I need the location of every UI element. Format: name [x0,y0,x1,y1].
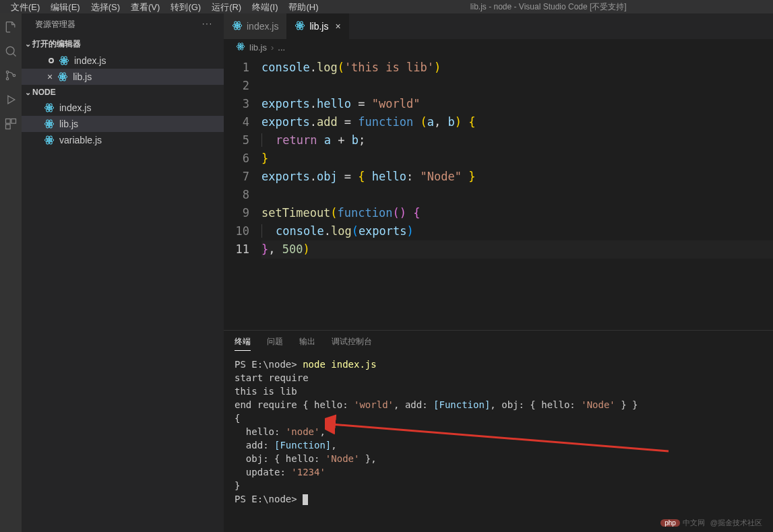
svg-point-25 [49,139,51,141]
window-title: lib.js - node - Visual Studio Code [不受支持… [324,0,773,13]
svg-marker-5 [8,96,15,104]
panel-tab[interactable]: 终端 [235,336,251,351]
chevron-down-icon: ⌄ [23,88,32,97]
svg-rect-7 [11,119,16,124]
svg-rect-6 [6,119,11,124]
bottom-panel: 终端问题输出调试控制台 PS E:\node> node index.jssta… [224,330,773,532]
more-actions-icon[interactable]: ··· [202,19,213,30]
menu-item[interactable]: 文件(E) [5,0,45,13]
open-editor-item[interactable]: index.js [22,53,224,69]
folder-section[interactable]: ⌄ NODE [22,85,224,100]
terminal[interactable]: PS E:\node> node index.jsstart requireth… [224,355,773,514]
menu-item[interactable]: 运行(R) [206,0,247,13]
file-tree-item[interactable]: index.js [22,100,224,116]
breadcrumb[interactable]: lib.js › ... [224,39,773,56]
watermark: php 中文网 @掘金技术社区 [660,518,762,528]
svg-point-3 [6,77,8,79]
chevron-down-icon: ⌄ [23,40,32,48]
explorer-icon[interactable] [3,19,19,35]
search-icon[interactable] [3,43,19,59]
svg-point-2 [6,71,8,73]
explorer-sidebar: 资源管理器 ··· ⌄ 打开的编辑器 index.js×lib.js ⌄ NOD… [22,13,224,532]
panel-tab[interactable]: 输出 [299,336,315,351]
code-content[interactable]: console.log('this is lib') exports.hello… [261,59,773,330]
react-icon [43,134,55,146]
svg-point-33 [299,24,301,26]
react-icon [58,55,70,67]
menu-bar: 文件(E)编辑(E)选择(S)查看(V)转到(G)运行(R)终端(I)帮助(H) [0,0,324,13]
menu-item[interactable]: 帮助(H) [283,0,323,13]
open-editors-section[interactable]: ⌄ 打开的编辑器 [22,36,224,53]
terminal-cursor [303,494,308,505]
menu-item[interactable]: 选择(S) [86,0,125,13]
react-icon [295,20,305,33]
react-icon [43,102,55,114]
menu-item[interactable]: 转到(G) [165,0,206,13]
react-icon [43,118,55,130]
code-editor[interactable]: 1234567891011 console.log('this is lib')… [224,56,773,330]
svg-point-21 [49,123,51,125]
editor-tab[interactable]: index.js [224,13,286,39]
react-icon [236,42,245,53]
svg-point-37 [240,46,241,47]
react-icon [232,20,243,33]
editor-tab[interactable]: lib.js× [286,13,348,39]
svg-point-13 [62,76,64,78]
svg-point-17 [49,107,51,109]
explorer-title: 资源管理器 [35,19,75,30]
svg-point-9 [63,60,65,62]
close-icon[interactable]: × [47,71,53,82]
activity-bar [0,13,22,532]
editor-area: index.jslib.js× lib.js › ... 12345678910… [224,13,773,532]
extensions-icon[interactable] [3,116,19,132]
panel-tab[interactable]: 问题 [267,336,283,351]
svg-point-29 [237,24,239,26]
file-tree-item[interactable]: variable.js [22,132,224,148]
source-control-icon[interactable] [3,67,19,84]
react-icon [57,71,69,83]
menu-item[interactable]: 查看(V) [125,0,165,13]
dot-icon [49,58,54,63]
line-numbers: 1234567891011 [224,59,261,330]
open-editor-item[interactable]: ×lib.js [22,69,224,85]
svg-rect-8 [6,125,11,129]
svg-point-0 [6,46,14,55]
editor-tabs: index.jslib.js× [224,13,773,39]
close-icon[interactable]: × [335,21,340,32]
panel-tabs: 终端问题输出调试控制台 [224,331,773,355]
svg-line-1 [13,53,16,56]
title-bar: 文件(E)编辑(E)选择(S)查看(V)转到(G)运行(R)终端(I)帮助(H)… [0,0,773,13]
menu-item[interactable]: 编辑(E) [45,0,85,13]
file-tree-item[interactable]: lib.js [22,116,224,132]
chevron-right-icon: › [271,42,274,53]
panel-tab[interactable]: 调试控制台 [332,336,372,351]
menu-item[interactable]: 终端(I) [247,0,283,13]
debug-icon[interactable] [3,92,19,108]
